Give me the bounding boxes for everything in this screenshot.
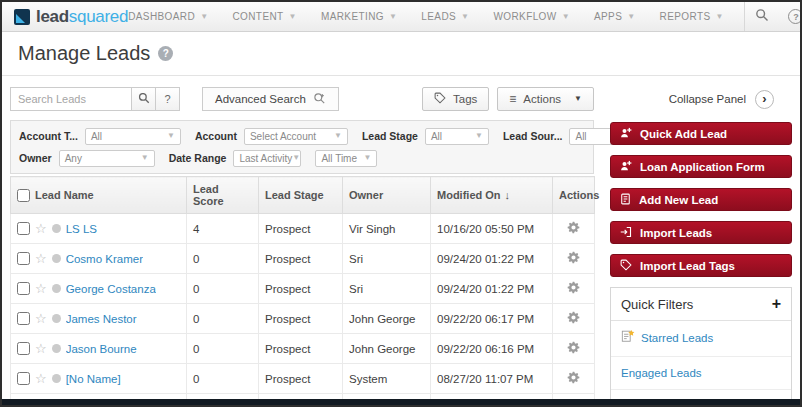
collapse-panel-button[interactable]: Collapse Panel › <box>610 84 792 114</box>
filter-account-t: Account T...All▼ <box>19 128 181 145</box>
column-header-lead-score[interactable]: Lead Score <box>187 177 259 214</box>
nav-item-workflow[interactable]: WORKFLOW▼ <box>493 11 570 22</box>
menu-icon: ≡ <box>509 92 516 106</box>
chevron-down-icon: ▼ <box>167 132 175 140</box>
search-icon <box>138 92 150 106</box>
filter-date-range-2: All Time▼ <box>315 150 377 167</box>
column-header-label: Lead Score <box>193 183 224 207</box>
row-checkbox[interactable] <box>17 372 30 385</box>
lead-name-link[interactable]: [No Name] <box>66 373 121 385</box>
select-all-checkbox[interactable] <box>17 189 30 202</box>
search-help-button[interactable]: ? <box>155 87 180 111</box>
select-value: All <box>91 131 102 142</box>
nav-item-label: REPORTS <box>660 11 711 22</box>
nav-search-button[interactable] <box>745 2 779 31</box>
chevron-down-icon: ▼ <box>574 95 582 103</box>
date-range-period-select[interactable]: All Time▼ <box>315 150 377 167</box>
nav-menu: DASHBOARD▼CONTENT▼MARKETING▼LEADS▼WORKFL… <box>128 11 724 22</box>
account-select[interactable]: Select Account▼ <box>244 128 348 145</box>
gear-icon[interactable] <box>567 284 580 296</box>
page-help-icon[interactable]: ? <box>158 46 173 61</box>
chevron-down-icon: ▼ <box>141 154 149 162</box>
nav-item-leads[interactable]: LEADS▼ <box>421 11 469 22</box>
column-header-label: Owner <box>349 189 383 201</box>
row-actions-cell <box>553 334 595 364</box>
import-icon <box>620 226 632 240</box>
main-content: ? Advanced Search Tags <box>2 76 800 407</box>
star-icon[interactable]: ☆ <box>35 252 47 265</box>
lead-score-cell: 0 <box>187 364 259 394</box>
lead-name-cell: ☆Cosmo Kramer <box>11 244 187 274</box>
lead-name-link[interactable]: George Costanza <box>66 283 156 295</box>
leadsquared-logo[interactable]: leadsquared <box>14 7 128 27</box>
button-label: Import Lead Tags <box>640 260 735 272</box>
nav-item-label: DASHBOARD <box>128 11 195 22</box>
column-header-lead-name[interactable]: Lead Name <box>11 177 187 214</box>
lead-score-cell: 0 <box>187 274 259 304</box>
nav-item-marketing[interactable]: MARKETING▼ <box>321 11 397 22</box>
account-t-select[interactable]: All▼ <box>85 128 181 145</box>
filter-label: Account <box>195 130 237 142</box>
import-leads-button[interactable]: Import Leads <box>610 221 792 244</box>
lead-name-link[interactable]: Jason Bourne <box>66 343 137 355</box>
star-icon[interactable]: ☆ <box>35 342 47 355</box>
leads-table: Lead NameLead ScoreLead StageOwnerModifi… <box>10 176 595 407</box>
nav-item-reports[interactable]: REPORTS▼ <box>660 11 724 22</box>
star-icon[interactable]: ☆ <box>35 222 47 235</box>
chevron-down-icon: ▼ <box>627 13 635 21</box>
nav-item-content[interactable]: CONTENT▼ <box>232 11 296 22</box>
lead-status-dot <box>52 254 61 263</box>
lead-name-link[interactable]: Cosmo Kramer <box>66 253 143 265</box>
advanced-search-button[interactable]: Advanced Search <box>202 87 339 111</box>
lead-name-link[interactable]: LS LS <box>66 223 97 235</box>
row-checkbox[interactable] <box>17 312 30 325</box>
nav-item-label: LEADS <box>421 11 456 22</box>
nav-help-button[interactable]: ? <box>779 2 802 31</box>
add-new-lead-button[interactable]: Add New Lead <box>610 188 792 211</box>
gear-icon[interactable] <box>567 314 580 326</box>
lead-stage-cell: Prospect <box>259 304 343 334</box>
nav-item-apps[interactable]: APPS▼ <box>594 11 636 22</box>
actions-button[interactable]: ≡ Actions ▼ <box>497 87 594 111</box>
star-icon[interactable]: ☆ <box>35 372 47 385</box>
import-lead-tags-button[interactable]: Import Lead Tags <box>610 254 792 277</box>
column-header-lead-stage[interactable]: Lead Stage <box>259 177 343 214</box>
lead-name-cell: ☆[No Name] <box>11 364 187 394</box>
star-icon[interactable]: ☆ <box>35 312 47 325</box>
filter-label: Lead Stage <box>362 130 418 142</box>
row-checkbox[interactable] <box>17 252 30 265</box>
nav-item-dashboard[interactable]: DASHBOARD▼ <box>128 11 208 22</box>
column-header-actions[interactable]: Actions <box>553 177 595 214</box>
tags-button[interactable]: Tags <box>422 87 489 111</box>
button-label: Import Leads <box>640 227 712 239</box>
quick-filter-engaged-leads[interactable]: Engaged Leads <box>611 357 791 391</box>
gear-icon[interactable] <box>567 224 580 236</box>
row-checkbox[interactable] <box>17 282 30 295</box>
tags-label: Tags <box>453 93 477 105</box>
column-header-modified-on[interactable]: Modified On↓ <box>431 177 553 214</box>
gear-icon[interactable] <box>567 254 580 266</box>
lead-name-link[interactable]: James Nestor <box>66 313 137 325</box>
date-range-select[interactable]: Last Activity▼ <box>233 150 301 167</box>
chevron-down-icon: ▼ <box>292 154 300 162</box>
column-header-owner[interactable]: Owner <box>343 177 431 214</box>
row-checkbox[interactable] <box>17 342 30 355</box>
lead-stage-select[interactable]: All▼ <box>425 128 489 145</box>
search-input[interactable] <box>10 87 132 111</box>
lead-name-cell: ☆James Nestor <box>11 304 187 334</box>
row-actions-cell <box>553 214 595 244</box>
filter-label: Account T... <box>19 130 78 142</box>
search-submit-button[interactable] <box>131 87 156 111</box>
owner-select[interactable]: Any▼ <box>59 150 155 167</box>
row-checkbox[interactable] <box>17 222 30 235</box>
loan-application-form-button[interactable]: Loan Application Form <box>610 155 792 178</box>
quick-filter-starred-leads[interactable]: Starred Leads <box>611 321 791 357</box>
logo-text-squared: squared <box>69 7 128 26</box>
page-header: Manage Leads ? <box>2 32 800 76</box>
form-icon <box>620 193 631 207</box>
gear-icon[interactable] <box>567 374 580 386</box>
star-icon[interactable]: ☆ <box>35 282 47 295</box>
add-quick-filter-button[interactable]: + <box>772 296 781 312</box>
gear-icon[interactable] <box>567 344 580 356</box>
quick-add-lead-button[interactable]: Quick Add Lead <box>610 122 792 145</box>
